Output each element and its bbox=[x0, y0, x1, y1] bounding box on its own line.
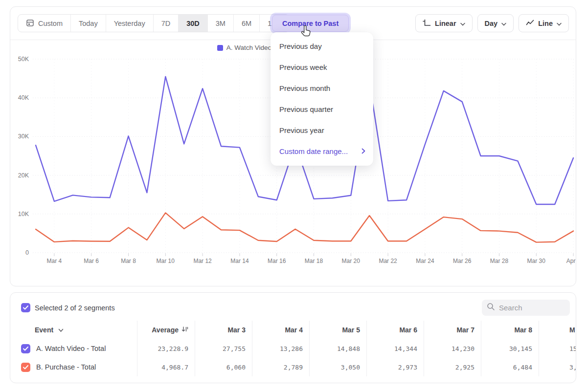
table-row[interactable]: A. Watch Video - Total bbox=[10, 339, 137, 358]
range-button-30d[interactable]: 30D bbox=[179, 15, 208, 32]
column-header-date: M bbox=[539, 321, 576, 339]
row-value: 2,973 bbox=[367, 358, 424, 376]
svg-text:Mar 30: Mar 30 bbox=[527, 258, 546, 264]
svg-text:Mar 18: Mar 18 bbox=[305, 258, 323, 264]
select-all-checkbox[interactable] bbox=[21, 303, 30, 312]
menu-item-previous-year[interactable]: Previous year bbox=[271, 120, 373, 141]
row-value: 14,230 bbox=[424, 339, 481, 358]
svg-text:0: 0 bbox=[25, 249, 29, 256]
axis-scale-icon bbox=[423, 19, 431, 28]
table-row[interactable]: B. Purchase - Total bbox=[10, 358, 137, 376]
column-header-date: Mar 4 bbox=[252, 321, 310, 339]
svg-text:Mar 8: Mar 8 bbox=[121, 258, 136, 264]
row-value: 6,060 bbox=[195, 358, 252, 376]
range-button-label: Today bbox=[79, 20, 98, 27]
row-value: 15, bbox=[539, 339, 576, 358]
range-button-label: 7D bbox=[161, 20, 171, 27]
range-button-6m[interactable]: 6M bbox=[234, 15, 260, 32]
column-header-label: M bbox=[569, 326, 575, 334]
menu-item-custom-date-range[interactable]: Custom date range... bbox=[271, 141, 373, 162]
svg-text:Mar 22: Mar 22 bbox=[379, 258, 397, 264]
column-header-label: Mar 4 bbox=[285, 326, 303, 334]
svg-text:Mar 26: Mar 26 bbox=[453, 258, 472, 264]
svg-text:Mar 14: Mar 14 bbox=[230, 258, 249, 264]
menu-item-previous-day[interactable]: Previous day bbox=[271, 36, 373, 57]
column-header-label: Mar 3 bbox=[227, 326, 246, 334]
column-header-label: Mar 6 bbox=[399, 326, 417, 334]
range-button-label: 6M bbox=[242, 20, 251, 27]
svg-text:Mar 4: Mar 4 bbox=[47, 258, 62, 264]
range-button-7d[interactable]: 7D bbox=[154, 15, 179, 32]
row-value: 3,050 bbox=[310, 358, 367, 376]
column-header-label: Mar 5 bbox=[342, 326, 360, 334]
row-value: 30,145 bbox=[481, 339, 539, 358]
interval-dropdown-label: Day bbox=[485, 20, 498, 27]
row-label: A. Watch Video - Total bbox=[36, 345, 106, 352]
range-button-label: 3M bbox=[216, 20, 226, 27]
calendar-icon bbox=[26, 19, 34, 28]
interval-dropdown[interactable]: Day bbox=[477, 14, 514, 32]
chevron-down-icon bbox=[557, 20, 562, 27]
compare-to-past-menu: Previous dayPrevious weekPrevious monthP… bbox=[271, 32, 373, 166]
date-range-segmented-control: CustomTodayYesterday7D30D3M6M12M bbox=[18, 14, 290, 32]
svg-text:Mar 16: Mar 16 bbox=[268, 258, 286, 264]
column-header-date: Mar 7 bbox=[424, 321, 481, 339]
range-button-yesterday[interactable]: Yesterday bbox=[106, 15, 154, 32]
svg-text:Mar 28: Mar 28 bbox=[490, 258, 509, 264]
row-value: 13,286 bbox=[252, 339, 310, 358]
chevron-down-icon bbox=[501, 20, 506, 27]
chart-type-dropdown[interactable]: Line bbox=[519, 14, 569, 32]
svg-text:Mar 24: Mar 24 bbox=[416, 258, 434, 264]
column-header-label: Mar 7 bbox=[456, 326, 474, 334]
column-header-label: Mar 8 bbox=[514, 326, 532, 334]
row-value: 2,789 bbox=[252, 358, 310, 376]
column-header-label: Average bbox=[152, 326, 179, 334]
svg-text:Mar 12: Mar 12 bbox=[193, 258, 212, 264]
range-button-custom[interactable]: Custom bbox=[18, 15, 71, 32]
svg-text:10K: 10K bbox=[18, 211, 29, 218]
range-button-label: Yesterday bbox=[114, 20, 145, 27]
row-checkbox[interactable] bbox=[21, 363, 30, 372]
scale-dropdown[interactable]: Linear bbox=[415, 14, 473, 32]
svg-text:50K: 50K bbox=[18, 56, 29, 63]
column-header-date: Mar 6 bbox=[367, 321, 424, 339]
row-checkbox[interactable] bbox=[21, 344, 30, 353]
row-value: 27,755 bbox=[195, 339, 252, 358]
column-header-event[interactable]: Event bbox=[10, 321, 137, 339]
range-button-today[interactable]: Today bbox=[71, 15, 106, 32]
svg-text:30K: 30K bbox=[18, 133, 29, 140]
search-box[interactable] bbox=[482, 300, 570, 316]
segments-table-card: Selected 2 of 2 segments EventAverageMar… bbox=[10, 292, 576, 383]
search-input[interactable] bbox=[499, 304, 563, 312]
range-button-3m[interactable]: 3M bbox=[208, 15, 234, 32]
column-header-label: Event bbox=[35, 326, 53, 334]
scale-dropdown-label: Linear bbox=[435, 20, 456, 27]
menu-item-previous-week[interactable]: Previous week bbox=[271, 57, 373, 78]
column-header-date: Mar 3 bbox=[195, 321, 252, 339]
segments-table: EventAverageMar 3Mar 4Mar 5Mar 6Mar 7Mar… bbox=[10, 321, 576, 376]
row-label: B. Purchase - Total bbox=[36, 363, 96, 371]
row-average-value: 23,228.9 bbox=[137, 339, 195, 358]
chevron-down-icon bbox=[58, 326, 64, 334]
range-button-label: 30D bbox=[186, 20, 200, 27]
svg-text:Apr 1: Apr 1 bbox=[566, 258, 576, 264]
row-value: 14,344 bbox=[367, 339, 424, 358]
row-value: 14,848 bbox=[310, 339, 367, 358]
line-chart-icon bbox=[526, 19, 534, 28]
row-value: 6,484 bbox=[481, 358, 539, 376]
row-value: 3, bbox=[539, 358, 576, 376]
row-value: 2,925 bbox=[424, 358, 481, 376]
chart-controls: Linear Day Line bbox=[415, 14, 569, 32]
column-header-average[interactable]: Average bbox=[137, 321, 195, 339]
selected-segments-label: Selected 2 of 2 segments bbox=[35, 304, 115, 312]
row-average-value: 4,968.7 bbox=[137, 358, 195, 376]
column-header-date: Mar 5 bbox=[310, 321, 367, 339]
svg-text:40K: 40K bbox=[18, 94, 29, 101]
svg-text:20K: 20K bbox=[18, 172, 29, 179]
menu-item-previous-quarter[interactable]: Previous quarter bbox=[271, 99, 373, 120]
chevron-down-icon bbox=[460, 20, 465, 27]
menu-item-previous-month[interactable]: Previous month bbox=[271, 78, 373, 99]
search-icon bbox=[487, 303, 495, 313]
column-header-date: Mar 8 bbox=[481, 321, 539, 339]
mouse-cursor-hand-icon bbox=[299, 24, 312, 40]
